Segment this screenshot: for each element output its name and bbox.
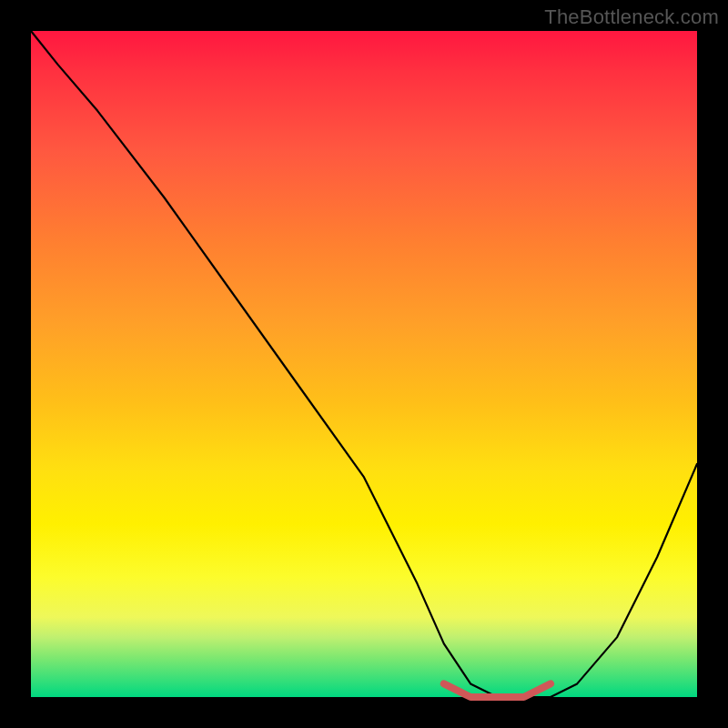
watermark-text: TheBottleneck.com — [544, 5, 719, 29]
bottleneck-curve — [31, 31, 697, 697]
curve-line — [31, 31, 697, 697]
curve-highlight — [444, 683, 551, 697]
chart-frame: TheBottleneck.com — [0, 0, 728, 728]
plot-area — [31, 31, 697, 697]
